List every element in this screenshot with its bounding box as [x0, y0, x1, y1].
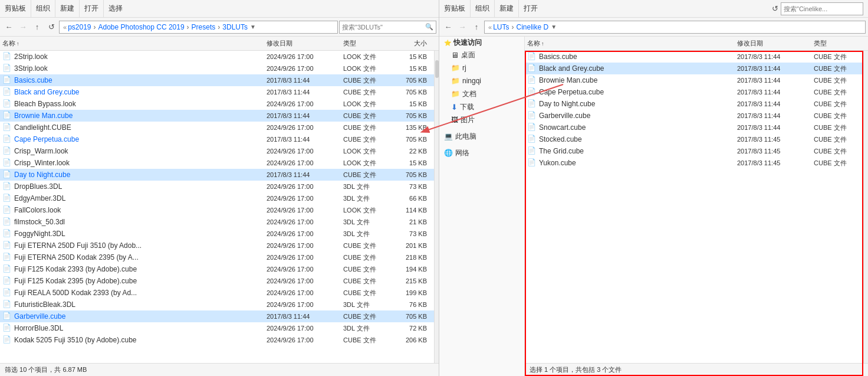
file-row[interactable]: 📄Brownie Man.cube2017/8/3 11:44CUBE 文件 — [525, 74, 863, 86]
file-name: Fuji ETERNA 250D Kodak 2395 (by A... — [14, 253, 267, 261]
breadcrumb-part-presets[interactable]: Presets — [192, 23, 216, 31]
file-name: FuturisticBleak.3DL — [14, 300, 267, 309]
right-back-btn[interactable]: ← — [442, 21, 455, 34]
sidebar-item-quick-access[interactable]: ⭐快速访问 — [439, 37, 524, 48]
file-row[interactable]: 📄Stocked.cube2017/8/3 11:45CUBE 文件 — [525, 133, 863, 145]
left-organize-label: 组织 — [36, 4, 50, 14]
right-sidebar: ⭐快速访问 🖥桌面 📁rj 📁ningqi 📁文档 ⬇下载 — [439, 37, 525, 376]
right-col-type-header[interactable]: 类型 — [814, 39, 861, 48]
left-col-name-header[interactable]: 名称 ↑ — [2, 39, 267, 48]
file-row[interactable]: 📄FuturisticBleak.3DL2024/9/26 17:003DL 文… — [0, 299, 434, 310]
file-row[interactable]: 📄2Strip.look2024/9/26 17:00LOOK 文件15 KB — [0, 51, 434, 63]
file-size: 22 KB — [390, 148, 432, 155]
file-row[interactable]: 📄Fuji F125 Kodak 2393 (by Adobe).cube202… — [0, 263, 434, 275]
file-name: DropBlues.3DL — [14, 182, 267, 191]
sidebar-item-documents[interactable]: 📁文档 — [439, 87, 524, 100]
left-forward-btn[interactable]: → — [17, 21, 29, 34]
file-row[interactable]: 📄Crisp_Winter.look2024/9/26 17:00LOOK 文件… — [0, 157, 434, 169]
sidebar-item-network[interactable]: 🌐网络 — [439, 146, 524, 159]
file-row[interactable]: 📄HorrorBlue.3DL2024/9/26 17:003DL 文件72 K… — [0, 322, 434, 334]
breadcrumb-right-dropdown[interactable]: ▼ — [551, 24, 557, 30]
left-up-btn[interactable]: ↑ — [31, 21, 44, 34]
folder-ningqi-icon: 📁 — [451, 77, 460, 85]
file-type: CUBE 文件 — [814, 53, 861, 61]
file-row[interactable]: 📄The Grid.cube2017/8/3 11:45CUBE 文件 — [525, 145, 863, 157]
file-row[interactable]: 📄Day to Night.cube2017/8/3 11:44CUBE 文件 — [525, 98, 863, 110]
breadcrumb-part-ps2019[interactable]: ps2019 — [68, 23, 91, 31]
file-row[interactable]: 📄Cape Perpetua.cube2017/8/3 11:44CUBE 文件 — [525, 86, 863, 98]
file-row[interactable]: 📄Fuji REALA 500D Kodak 2393 (by Ad...202… — [0, 287, 434, 299]
file-row[interactable]: 📄Candlelight.CUBE2024/9/26 17:00CUBE 文件1… — [0, 122, 434, 133]
file-row[interactable]: 📄Fuji ETERNA 250D Fuji 3510 (by Adob...2… — [0, 240, 434, 251]
sidebar-item-pictures[interactable]: 🖼图片 — [439, 113, 524, 126]
file-icon: 📄 — [2, 312, 12, 321]
file-icon: 📄 — [2, 64, 12, 73]
breadcrumb-part-cineliked[interactable]: Cinelike D — [516, 23, 548, 31]
sidebar-item-rj[interactable]: 📁rj — [439, 61, 524, 74]
file-row[interactable]: 📄Bleach Bypass.look2024/9/26 17:00LOOK 文… — [0, 98, 434, 110]
file-row[interactable]: 📄Garberville.cube2017/8/3 11:44CUBE 文件70… — [0, 310, 434, 322]
file-row[interactable]: 📄Brownie Man.cube2017/8/3 11:44CUBE 文件70… — [0, 110, 434, 122]
file-row[interactable]: 📄Day to Night.cube2017/8/3 11:44CUBE 文件7… — [0, 169, 434, 181]
file-type: CUBE 文件 — [814, 135, 861, 144]
right-breadcrumb[interactable]: « LUTs › Cinelike D ▼ — [484, 21, 866, 34]
file-row[interactable]: 📄Garberville.cube2017/8/3 11:44CUBE 文件 — [525, 110, 863, 122]
file-row[interactable]: 📄Basics.cube2017/8/3 11:44CUBE 文件 — [525, 51, 863, 63]
right-col-name-header[interactable]: 名称 ↑ — [527, 39, 737, 48]
sidebar-item-ningqi[interactable]: 📁ningqi — [439, 74, 524, 87]
file-row[interactable]: 📄Fuji F125 Kodak 2395 (by Adobe).cube202… — [0, 275, 434, 287]
left-breadcrumb[interactable]: « ps2019 › Adobe Photoshop CC 2019 › Pre… — [59, 21, 338, 34]
sidebar-item-this-pc[interactable]: 💻此电脑 — [439, 130, 524, 143]
file-row[interactable]: 📄DropBlues.3DL2024/9/26 17:003DL 文件73 KB — [0, 181, 434, 192]
left-search-box[interactable]: 🔍 — [339, 21, 436, 34]
file-row[interactable]: 📄filmstock_50.3dl2024/9/26 17:003DL 文件21… — [0, 216, 434, 228]
file-type: CUBE 文件 — [814, 64, 861, 73]
right-forward-btn[interactable]: → — [456, 21, 469, 34]
file-date: 2017/8/3 11:44 — [737, 100, 814, 107]
file-name: Garberville.cube — [539, 112, 737, 120]
file-date: 2024/9/26 17:00 — [267, 254, 343, 261]
file-icon: 📄 — [2, 229, 12, 238]
breadcrumb-dropdown-btn[interactable]: ▼ — [250, 24, 256, 30]
file-date: 2017/8/3 11:44 — [267, 112, 343, 119]
file-row[interactable]: 📄Crisp_Warm.look2024/9/26 17:00LOOK 文件22… — [0, 145, 434, 157]
file-row[interactable]: 📄Kodak 5205 Fuji 3510 (by Adobe).cube202… — [0, 334, 434, 346]
file-row[interactable]: 📄EdgyAmber.3DL2024/9/26 17:003DL 文件66 KB — [0, 192, 434, 204]
file-row[interactable]: 📄Fuji ETERNA 250D Kodak 2395 (by A...202… — [0, 251, 434, 263]
file-row[interactable]: 📄Yukon.cube2017/8/3 11:45CUBE 文件 — [525, 157, 863, 169]
file-date: 2024/9/26 17:00 — [267, 325, 343, 332]
right-refresh-detail-btn[interactable]: ↺ — [772, 4, 778, 13]
left-col-type-header[interactable]: 类型 — [343, 39, 390, 48]
file-row[interactable]: 📄3Strip.look2024/9/26 17:00LOOK 文件15 KB — [0, 63, 434, 74]
left-col-size-header[interactable]: 大小 — [390, 39, 432, 48]
left-select-label: 选择 — [108, 4, 123, 14]
file-name: Basics.cube — [539, 53, 737, 61]
file-row[interactable]: 📄Cape Perpetua.cube2017/8/3 11:44CUBE 文件… — [0, 133, 434, 145]
sidebar-item-downloads[interactable]: ⬇下载 — [439, 100, 524, 113]
left-back-btn[interactable]: ← — [2, 21, 15, 34]
right-search-input[interactable] — [784, 5, 865, 12]
file-size: 15 KB — [390, 159, 432, 166]
breadcrumb-part-3dluts[interactable]: 3DLUTs — [222, 23, 248, 31]
file-size: 72 KB — [390, 325, 432, 332]
file-name: Crisp_Winter.look — [14, 159, 267, 167]
right-search-box[interactable] — [781, 2, 863, 15]
left-refresh-btn[interactable]: ↺ — [45, 21, 58, 34]
right-up-btn[interactable]: ↑ — [470, 21, 483, 34]
file-type: CUBE 文件 — [343, 123, 390, 132]
breadcrumb-part-luts[interactable]: LUTs — [493, 23, 509, 31]
sidebar-item-desktop[interactable]: 🖥桌面 — [439, 48, 524, 61]
file-row[interactable]: 📄Black and Grey.cube2017/8/3 11:44CUBE 文… — [0, 86, 434, 98]
file-row[interactable]: 📄FoggyNight.3DL2024/9/26 17:003DL 文件73 K… — [0, 228, 434, 240]
left-search-input[interactable] — [342, 24, 424, 31]
file-icon: 📄 — [2, 300, 12, 309]
file-icon: 📄 — [2, 253, 12, 262]
file-type: CUBE 文件 — [814, 123, 861, 132]
file-row[interactable]: 📄Snowcart.cube2017/8/3 11:44CUBE 文件 — [525, 122, 863, 133]
file-row[interactable]: 📄Black and Grey.cube2017/8/3 11:44CUBE 文… — [525, 63, 863, 74]
left-col-date-header[interactable]: 修改日期 — [267, 39, 343, 48]
file-row[interactable]: 📄Basics.cube2017/8/3 11:44CUBE 文件705 KB — [0, 74, 434, 86]
right-col-date-header[interactable]: 修改日期 — [737, 39, 814, 48]
file-row[interactable]: 📄FallColors.look2024/9/26 17:00LOOK 文件11… — [0, 204, 434, 216]
breadcrumb-part-photoshop[interactable]: Adobe Photoshop CC 2019 — [98, 23, 185, 31]
